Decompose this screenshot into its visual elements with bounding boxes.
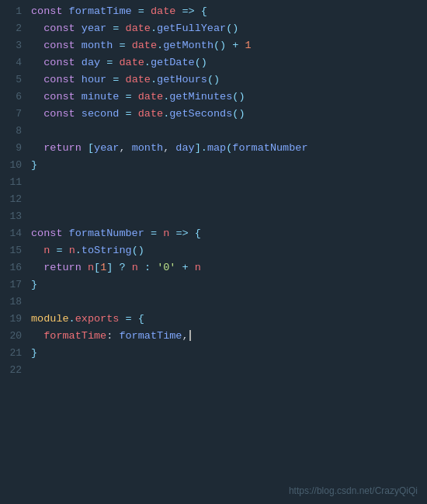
token-var: year <box>82 23 106 34</box>
code-line <box>31 208 427 225</box>
token-prop: formatTime <box>43 330 106 342</box>
token-kw: const <box>31 228 69 239</box>
token-plain <box>31 142 43 154</box>
line-number: 12 <box>0 191 22 208</box>
token-plain <box>132 108 138 120</box>
code-line <box>31 362 427 379</box>
token-plain <box>189 228 195 239</box>
token-param: n <box>132 262 138 273</box>
code-line: const month = date.getMonth() + 1 <box>31 37 427 54</box>
code-content[interactable]: const formatTime = date => { const year … <box>28 3 427 501</box>
token-var: month <box>132 142 164 154</box>
token-prop: exports <box>75 313 120 325</box>
line-number: 3 <box>0 37 22 54</box>
token-kw: const <box>43 40 82 51</box>
code-line: } <box>31 345 427 362</box>
token-plain <box>157 228 163 239</box>
token-obj: module <box>31 313 69 325</box>
line-number: 19 <box>0 311 22 328</box>
code-line: const hour = date.getHours() <box>31 71 427 89</box>
token-var: formatNumber <box>69 228 144 239</box>
token-bracket: () <box>232 91 245 103</box>
token-method: getMonth <box>163 40 214 51</box>
token-arrow: => <box>175 228 188 239</box>
token-plain <box>144 5 151 17</box>
token-kw: const <box>43 108 82 120</box>
line-number: 10 <box>0 157 22 174</box>
token-method: getDate <box>151 57 195 68</box>
token-plain <box>119 108 125 120</box>
code-line <box>31 123 427 140</box>
token-fn: formatNumber <box>232 142 307 154</box>
token-bracket: } <box>31 347 37 359</box>
token-var: second <box>82 108 120 120</box>
token-method: getSeconds <box>169 108 232 120</box>
token-plain: : <box>106 330 119 342</box>
code-line: const year = date.getFullYear() <box>31 20 427 37</box>
token-plain <box>31 245 43 256</box>
token-bracket: } <box>31 159 37 171</box>
line-number: 18 <box>0 294 22 311</box>
code-editor: 12345678910111213141516171819202122 cons… <box>0 0 427 504</box>
token-param: date <box>138 108 163 120</box>
line-number: 20 <box>0 328 22 345</box>
token-bracket: () <box>226 23 238 34</box>
token-plain <box>132 91 138 103</box>
code-line: const minute = date.getMinutes() <box>31 89 427 106</box>
token-arrow: => <box>182 5 194 17</box>
token-param: n <box>69 245 75 256</box>
token-num: 1 <box>245 40 252 51</box>
token-dot: . <box>75 245 82 256</box>
token-var: minute <box>82 91 120 103</box>
token-param: date <box>126 23 151 34</box>
token-bracket: () <box>214 40 226 51</box>
code-line: formatTime: formatTime, <box>31 328 427 345</box>
token-plain <box>31 330 43 342</box>
token-plain <box>132 5 138 17</box>
token-punct: = <box>151 228 157 239</box>
token-var: hour <box>82 74 106 85</box>
token-plain <box>31 40 43 51</box>
line-number: 7 <box>0 106 22 123</box>
token-bracket: { <box>195 228 201 239</box>
line-number: 14 <box>0 225 22 242</box>
token-kw: return <box>43 142 82 154</box>
line-number: 21 <box>0 345 22 362</box>
token-plain <box>151 262 157 273</box>
token-dot: . <box>144 57 151 68</box>
token-kw: const <box>43 23 82 34</box>
token-kw: const <box>31 5 69 17</box>
code-line: n = n.toString() <box>31 242 427 259</box>
line-numbers: 12345678910111213141516171819202122 <box>0 3 28 501</box>
code-line: const second = date.getSeconds() <box>31 106 427 123</box>
token-plain <box>119 74 125 85</box>
token-var: year <box>94 142 119 154</box>
token-bracket: () <box>207 74 220 85</box>
token-plain <box>189 262 195 273</box>
line-number: 16 <box>0 259 22 276</box>
token-param: n <box>195 262 201 273</box>
token-var: month <box>82 40 113 51</box>
token-bracket: () <box>232 108 245 120</box>
token-plain <box>63 245 69 256</box>
token-dot: . <box>69 313 75 325</box>
token-plain <box>126 40 132 51</box>
line-number: 1 <box>0 3 22 20</box>
token-plain: , <box>119 142 131 154</box>
line-number: 9 <box>0 140 22 157</box>
token-kw: const <box>43 91 82 103</box>
token-bracket: [ <box>94 262 100 273</box>
token-plain <box>31 91 43 103</box>
token-bracket: ] <box>195 142 201 154</box>
token-punct: = <box>138 5 144 17</box>
token-punct: : <box>144 262 151 273</box>
line-number: 17 <box>0 276 22 294</box>
token-kw: return <box>43 262 82 273</box>
token-plain <box>31 74 43 85</box>
code-line: return [year, month, day].map(formatNumb… <box>31 140 427 157</box>
token-param: date <box>151 5 175 17</box>
token-plain: , <box>182 330 188 342</box>
token-dot: . <box>151 23 157 34</box>
token-bracket: () <box>195 57 207 68</box>
token-plain <box>31 262 43 273</box>
